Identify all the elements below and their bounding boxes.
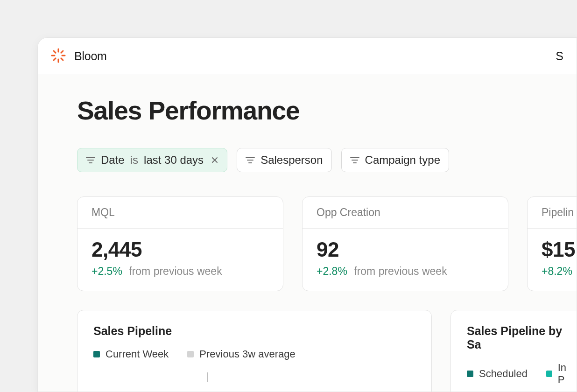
metric-delta-pct: +2.8% (317, 265, 347, 277)
panel-sales-pipeline-by: Sales Pipeline by Sa Scheduled In P (450, 310, 577, 392)
metric-delta: +8.2% (542, 265, 577, 278)
legend-item-in-progress[interactable]: In P (546, 362, 574, 386)
metric-value: 2,445 (91, 238, 269, 261)
metric-value: $15 (542, 238, 577, 261)
legend-item-scheduled[interactable]: Scheduled (467, 368, 528, 380)
legend-item-previous-3w[interactable]: Previous 3w average (187, 348, 295, 360)
close-icon[interactable] (211, 156, 218, 164)
brand[interactable]: Bloom (51, 48, 107, 65)
legend-label: Scheduled (479, 368, 528, 380)
metric-title: MQL (91, 206, 269, 219)
filter-date-op: is (130, 154, 138, 167)
topbar-right-text[interactable]: S (556, 49, 563, 63)
metric-delta: +2.8% from previous week (317, 265, 494, 278)
metric-delta-pct: +2.5% (91, 265, 122, 277)
filter-date-field: Date (101, 154, 125, 167)
metric-delta-label: from previous week (129, 265, 222, 277)
svg-line-7 (61, 51, 63, 53)
app-window: Bloom S Sales Performance Date is last 3… (37, 37, 577, 392)
content: Sales Performance Date is last 30 days S… (38, 75, 577, 392)
filter-chip-campaign-type[interactable]: Campaign type (341, 148, 449, 172)
metric-title: Pipelin (542, 206, 577, 219)
filter-salesperson-label: Salesperson (260, 154, 323, 167)
filter-icon (86, 156, 95, 164)
filter-icon (246, 156, 255, 164)
filter-date-value: last 30 days (144, 154, 204, 167)
panel-sales-pipeline: Sales Pipeline Current Week Previous 3w … (77, 310, 432, 392)
metric-delta-label: from previous week (354, 265, 447, 277)
topbar: Bloom S (38, 38, 577, 75)
legend-swatch-icon (93, 351, 100, 357)
panel-title: Sales Pipeline by Sa (467, 324, 574, 351)
bloom-logo-icon (51, 48, 66, 65)
filters-row: Date is last 30 days Salesperson Campaig… (77, 148, 537, 172)
metrics-row: MQL 2,445 +2.5% from previous week Opp C… (77, 196, 537, 291)
filter-campaign-type-label: Campaign type (365, 154, 440, 167)
legend-label: In P (558, 362, 574, 386)
metric-delta-pct: +8.2% (542, 265, 572, 277)
filter-icon (350, 156, 359, 164)
brand-name: Bloom (74, 49, 107, 63)
legend-swatch-icon (187, 351, 194, 357)
filter-chip-salesperson[interactable]: Salesperson (237, 148, 331, 172)
legend: Current Week Previous 3w average (93, 348, 415, 360)
legend-swatch-icon (546, 371, 552, 377)
metric-title: Opp Creation (317, 206, 494, 219)
legend-label: Previous 3w average (199, 348, 295, 360)
metric-card-pipeline[interactable]: Pipelin $15 +8.2% (527, 196, 577, 291)
legend-item-current-week[interactable]: Current Week (93, 348, 169, 360)
metric-delta: +2.5% from previous week (91, 265, 269, 278)
svg-line-4 (54, 51, 56, 53)
page-title: Sales Performance (77, 96, 537, 126)
metric-card-opp-creation[interactable]: Opp Creation 92 +2.8% from previous week (302, 196, 508, 291)
legend-label: Current Week (106, 348, 169, 360)
metric-value: 92 (317, 238, 494, 261)
svg-line-5 (61, 58, 63, 60)
legend: Scheduled In P (467, 362, 574, 386)
filter-chip-date[interactable]: Date is last 30 days (77, 148, 227, 172)
panel-title: Sales Pipeline (93, 324, 415, 338)
panels-row: Sales Pipeline Current Week Previous 3w … (77, 310, 537, 392)
metric-card-mql[interactable]: MQL 2,445 +2.5% from previous week (77, 196, 283, 291)
svg-line-6 (54, 58, 56, 60)
chart-axis-tick (207, 372, 208, 382)
legend-swatch-icon (467, 371, 473, 377)
